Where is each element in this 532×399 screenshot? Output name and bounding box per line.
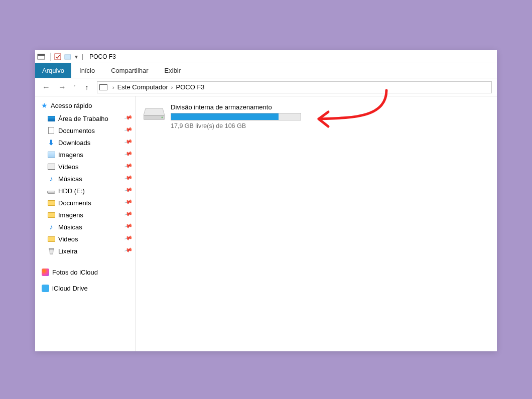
address-bar[interactable]: › Este Computador › POCO F3 xyxy=(97,81,492,93)
sidebar-item-label: Documentos xyxy=(58,127,95,135)
sidebar: ★ Acesso rápido Área de Trabalho 📌 Docum… xyxy=(35,96,136,351)
folder-icon xyxy=(47,235,55,243)
svg-rect-4 xyxy=(49,248,53,249)
star-icon: ★ xyxy=(41,101,48,109)
drive-subtitle: 17,9 GB livre(s) de 106 GB xyxy=(171,122,354,129)
quick-access-icon[interactable] xyxy=(37,53,45,61)
sidebar-item-images2[interactable]: Imagens 📌 xyxy=(47,209,133,221)
icloud-drive-icon xyxy=(41,284,49,292)
sidebar-item-label: Músicas xyxy=(58,223,82,231)
sidebar-item-label: Vídeos xyxy=(58,163,78,171)
sidebar-item-label: Músicas xyxy=(58,175,82,183)
quick-access-header[interactable]: ★ Acesso rápido xyxy=(41,101,133,109)
svg-rect-2 xyxy=(55,54,61,60)
breadcrumb-root[interactable]: Este Computador xyxy=(117,83,168,91)
folder-icon xyxy=(47,211,55,219)
sidebar-item-label: Imagens xyxy=(58,211,83,219)
pin-icon: 📌 xyxy=(124,185,134,194)
qat-dropdown-icon[interactable]: ▾ xyxy=(74,53,79,60)
drive-title: Divisão interna de armazenamento xyxy=(171,103,354,111)
document-icon xyxy=(47,126,55,135)
drive-info: Divisão interna de armazenamento 17,9 GB… xyxy=(171,103,354,129)
recycle-icon xyxy=(47,247,55,255)
tab-share[interactable]: Compartilhar xyxy=(103,63,156,78)
sidebar-item-label: iCloud Drive xyxy=(52,285,88,292)
up-button[interactable]: ↑ xyxy=(81,81,93,93)
pin-icon: 📌 xyxy=(124,221,134,230)
nav-row: ← → ˅ ↑ › Este Computador › POCO F3 xyxy=(35,78,497,96)
properties-icon[interactable] xyxy=(54,53,62,61)
drive-icon xyxy=(144,106,165,120)
sidebar-item-label: Videos xyxy=(58,235,78,243)
sidebar-item-hdd[interactable]: HDD (E:) 📌 xyxy=(47,185,133,197)
drive-capacity-fill xyxy=(171,113,279,120)
pin-icon: 📌 xyxy=(124,197,134,206)
pin-icon: 📌 xyxy=(124,113,134,122)
drive-item-internal-storage[interactable]: Divisão interna de armazenamento 17,9 GB… xyxy=(144,103,354,129)
body: ★ Acesso rápido Área de Trabalho 📌 Docum… xyxy=(35,96,497,351)
forward-button[interactable]: → xyxy=(56,81,68,93)
pin-icon: 📌 xyxy=(124,173,134,182)
content-pane[interactable]: Divisão interna de armazenamento 17,9 GB… xyxy=(136,96,497,351)
sidebar-item-documents[interactable]: Documentos 📌 xyxy=(47,124,133,137)
tab-view[interactable]: Exibir xyxy=(157,63,189,78)
tab-home[interactable]: Início xyxy=(71,63,103,78)
sidebar-item-icloud-photos[interactable]: Fotos do iCloud xyxy=(41,266,133,278)
sidebar-item-documents2[interactable]: Documents 📌 xyxy=(47,197,133,209)
video-icon xyxy=(47,163,55,171)
pin-icon: 📌 xyxy=(124,245,134,254)
sidebar-item-desktop[interactable]: Área de Trabalho 📌 xyxy=(47,112,133,124)
sidebar-item-music2[interactable]: ♪ Músicas 📌 xyxy=(47,221,133,233)
sidebar-item-recycle[interactable]: Lixeira 📌 xyxy=(47,245,133,257)
title-separator: | xyxy=(82,53,83,60)
qat-separator xyxy=(50,53,51,61)
images-icon xyxy=(47,151,55,159)
sidebar-item-images[interactable]: Imagens 📌 xyxy=(47,149,133,161)
music-icon: ♪ xyxy=(47,175,55,183)
pin-icon: 📌 xyxy=(124,161,134,170)
drive-capacity-bar xyxy=(171,113,301,120)
window-title: POCO F3 xyxy=(89,53,116,60)
pin-icon: 📌 xyxy=(124,209,134,218)
sidebar-item-label: Imagens xyxy=(58,151,83,159)
tab-file[interactable]: Arquivo xyxy=(35,63,71,78)
hdd-icon xyxy=(47,187,55,195)
svg-marker-5 xyxy=(144,108,165,115)
recent-dropdown-icon[interactable]: ˅ xyxy=(72,84,77,90)
titlebar: ▾ | POCO F3 xyxy=(35,50,497,63)
breadcrumb-leaf[interactable]: POCO F3 xyxy=(176,83,205,91)
folder-icon xyxy=(47,199,55,207)
pin-icon: 📌 xyxy=(124,149,134,158)
sidebar-item-label: Fotos do iCloud xyxy=(52,269,98,276)
download-icon: ⬇ xyxy=(47,139,55,147)
sidebar-item-label: Área de Trabalho xyxy=(58,115,108,122)
sidebar-item-downloads[interactable]: ⬇ Downloads 📌 xyxy=(47,137,133,149)
svg-point-7 xyxy=(162,117,163,118)
music-icon: ♪ xyxy=(47,223,55,231)
new-folder-icon[interactable] xyxy=(64,53,72,61)
sidebar-item-icloud-drive[interactable]: iCloud Drive xyxy=(41,282,133,294)
sidebar-item-label: Downloads xyxy=(58,139,90,147)
breadcrumb-separator: › xyxy=(110,84,116,90)
svg-rect-1 xyxy=(38,54,45,56)
sidebar-item-label: Documents xyxy=(58,199,91,207)
sidebar-item-videos2[interactable]: Videos 📌 xyxy=(47,233,133,245)
sidebar-item-label: Lixeira xyxy=(58,247,77,255)
pin-icon: 📌 xyxy=(124,125,134,134)
svg-rect-3 xyxy=(65,55,71,59)
pin-icon: 📌 xyxy=(124,233,134,242)
computer-icon xyxy=(99,84,107,90)
explorer-window: ▾ | POCO F3 Arquivo Início Compartilhar … xyxy=(35,50,497,351)
sidebar-item-label: HDD (E:) xyxy=(58,187,85,195)
breadcrumb-separator: › xyxy=(169,84,175,90)
ribbon-tabs: Arquivo Início Compartilhar Exibir xyxy=(35,63,497,78)
sidebar-item-videos[interactable]: Vídeos 📌 xyxy=(47,161,133,173)
quick-access-label: Acesso rápido xyxy=(51,102,92,109)
icloud-photos-icon xyxy=(41,268,49,276)
back-button[interactable]: ← xyxy=(40,81,52,93)
desktop-icon xyxy=(47,114,55,122)
pin-icon: 📌 xyxy=(124,137,134,146)
sidebar-item-music[interactable]: ♪ Músicas 📌 xyxy=(47,173,133,185)
